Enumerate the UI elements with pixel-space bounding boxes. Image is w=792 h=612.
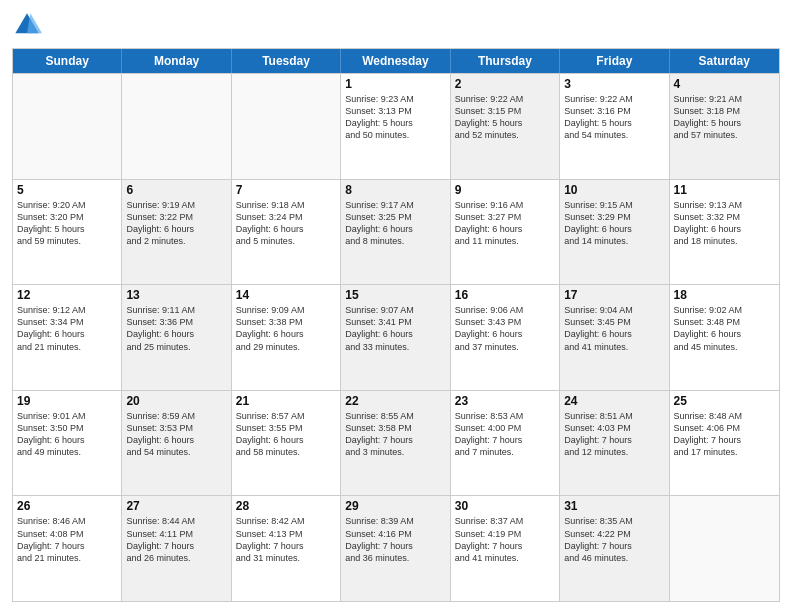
cell-info: Sunrise: 9:21 AM Sunset: 3:18 PM Dayligh… (674, 93, 775, 142)
day-number: 27 (126, 499, 226, 513)
calendar-week-1: 1Sunrise: 9:23 AM Sunset: 3:13 PM Daylig… (13, 73, 779, 179)
day-number: 1 (345, 77, 445, 91)
cell-info: Sunrise: 9:04 AM Sunset: 3:45 PM Dayligh… (564, 304, 664, 353)
cell-info: Sunrise: 9:06 AM Sunset: 3:43 PM Dayligh… (455, 304, 555, 353)
table-row: 14Sunrise: 9:09 AM Sunset: 3:38 PM Dayli… (232, 285, 341, 390)
calendar-week-4: 19Sunrise: 9:01 AM Sunset: 3:50 PM Dayli… (13, 390, 779, 496)
cell-info: Sunrise: 8:35 AM Sunset: 4:22 PM Dayligh… (564, 515, 664, 564)
day-number: 23 (455, 394, 555, 408)
table-row: 25Sunrise: 8:48 AM Sunset: 4:06 PM Dayli… (670, 391, 779, 496)
table-row: 13Sunrise: 9:11 AM Sunset: 3:36 PM Dayli… (122, 285, 231, 390)
day-number: 2 (455, 77, 555, 91)
day-number: 19 (17, 394, 117, 408)
calendar-week-3: 12Sunrise: 9:12 AM Sunset: 3:34 PM Dayli… (13, 284, 779, 390)
day-header-thursday: Thursday (451, 49, 560, 73)
table-row: 22Sunrise: 8:55 AM Sunset: 3:58 PM Dayli… (341, 391, 450, 496)
table-row: 27Sunrise: 8:44 AM Sunset: 4:11 PM Dayli… (122, 496, 231, 601)
table-row: 31Sunrise: 8:35 AM Sunset: 4:22 PM Dayli… (560, 496, 669, 601)
table-row: 3Sunrise: 9:22 AM Sunset: 3:16 PM Daylig… (560, 74, 669, 179)
day-number: 13 (126, 288, 226, 302)
cell-info: Sunrise: 8:39 AM Sunset: 4:16 PM Dayligh… (345, 515, 445, 564)
table-row: 26Sunrise: 8:46 AM Sunset: 4:08 PM Dayli… (13, 496, 122, 601)
table-row: 21Sunrise: 8:57 AM Sunset: 3:55 PM Dayli… (232, 391, 341, 496)
table-row: 15Sunrise: 9:07 AM Sunset: 3:41 PM Dayli… (341, 285, 450, 390)
day-number: 6 (126, 183, 226, 197)
day-number: 8 (345, 183, 445, 197)
table-row: 8Sunrise: 9:17 AM Sunset: 3:25 PM Daylig… (341, 180, 450, 285)
table-row: 4Sunrise: 9:21 AM Sunset: 3:18 PM Daylig… (670, 74, 779, 179)
day-number: 16 (455, 288, 555, 302)
day-number: 25 (674, 394, 775, 408)
day-number: 22 (345, 394, 445, 408)
table-row: 2Sunrise: 9:22 AM Sunset: 3:15 PM Daylig… (451, 74, 560, 179)
day-number: 4 (674, 77, 775, 91)
cell-info: Sunrise: 8:42 AM Sunset: 4:13 PM Dayligh… (236, 515, 336, 564)
table-row: 10Sunrise: 9:15 AM Sunset: 3:29 PM Dayli… (560, 180, 669, 285)
cell-info: Sunrise: 9:22 AM Sunset: 3:16 PM Dayligh… (564, 93, 664, 142)
cell-info: Sunrise: 9:20 AM Sunset: 3:20 PM Dayligh… (17, 199, 117, 248)
logo (12, 10, 46, 40)
day-number: 15 (345, 288, 445, 302)
logo-icon (12, 10, 42, 40)
day-number: 9 (455, 183, 555, 197)
day-number: 3 (564, 77, 664, 91)
day-header-monday: Monday (122, 49, 231, 73)
calendar-week-2: 5Sunrise: 9:20 AM Sunset: 3:20 PM Daylig… (13, 179, 779, 285)
cell-info: Sunrise: 8:48 AM Sunset: 4:06 PM Dayligh… (674, 410, 775, 459)
calendar-body: 1Sunrise: 9:23 AM Sunset: 3:13 PM Daylig… (13, 73, 779, 601)
day-number: 31 (564, 499, 664, 513)
day-number: 28 (236, 499, 336, 513)
cell-info: Sunrise: 8:53 AM Sunset: 4:00 PM Dayligh… (455, 410, 555, 459)
cell-info: Sunrise: 9:11 AM Sunset: 3:36 PM Dayligh… (126, 304, 226, 353)
svg-marker-1 (27, 13, 42, 33)
cell-info: Sunrise: 9:02 AM Sunset: 3:48 PM Dayligh… (674, 304, 775, 353)
table-row: 30Sunrise: 8:37 AM Sunset: 4:19 PM Dayli… (451, 496, 560, 601)
table-row: 16Sunrise: 9:06 AM Sunset: 3:43 PM Dayli… (451, 285, 560, 390)
day-number: 26 (17, 499, 117, 513)
calendar: SundayMondayTuesdayWednesdayThursdayFrid… (12, 48, 780, 602)
day-number: 17 (564, 288, 664, 302)
day-header-wednesday: Wednesday (341, 49, 450, 73)
table-row: 18Sunrise: 9:02 AM Sunset: 3:48 PM Dayli… (670, 285, 779, 390)
cell-info: Sunrise: 8:37 AM Sunset: 4:19 PM Dayligh… (455, 515, 555, 564)
cell-info: Sunrise: 9:16 AM Sunset: 3:27 PM Dayligh… (455, 199, 555, 248)
cell-info: Sunrise: 9:07 AM Sunset: 3:41 PM Dayligh… (345, 304, 445, 353)
cell-info: Sunrise: 8:51 AM Sunset: 4:03 PM Dayligh… (564, 410, 664, 459)
day-number: 7 (236, 183, 336, 197)
cell-info: Sunrise: 8:57 AM Sunset: 3:55 PM Dayligh… (236, 410, 336, 459)
cell-info: Sunrise: 8:59 AM Sunset: 3:53 PM Dayligh… (126, 410, 226, 459)
table-row: 24Sunrise: 8:51 AM Sunset: 4:03 PM Dayli… (560, 391, 669, 496)
day-number: 14 (236, 288, 336, 302)
table-row: 12Sunrise: 9:12 AM Sunset: 3:34 PM Dayli… (13, 285, 122, 390)
table-row: 11Sunrise: 9:13 AM Sunset: 3:32 PM Dayli… (670, 180, 779, 285)
table-row: 5Sunrise: 9:20 AM Sunset: 3:20 PM Daylig… (13, 180, 122, 285)
cell-info: Sunrise: 8:55 AM Sunset: 3:58 PM Dayligh… (345, 410, 445, 459)
table-row: 20Sunrise: 8:59 AM Sunset: 3:53 PM Dayli… (122, 391, 231, 496)
table-row (122, 74, 231, 179)
table-row (670, 496, 779, 601)
day-header-saturday: Saturday (670, 49, 779, 73)
day-number: 12 (17, 288, 117, 302)
page-header (12, 10, 780, 40)
table-row: 6Sunrise: 9:19 AM Sunset: 3:22 PM Daylig… (122, 180, 231, 285)
day-number: 29 (345, 499, 445, 513)
day-number: 21 (236, 394, 336, 408)
table-row (13, 74, 122, 179)
day-header-sunday: Sunday (13, 49, 122, 73)
cell-info: Sunrise: 9:17 AM Sunset: 3:25 PM Dayligh… (345, 199, 445, 248)
table-row: 1Sunrise: 9:23 AM Sunset: 3:13 PM Daylig… (341, 74, 450, 179)
cell-info: Sunrise: 9:19 AM Sunset: 3:22 PM Dayligh… (126, 199, 226, 248)
day-number: 20 (126, 394, 226, 408)
cell-info: Sunrise: 9:09 AM Sunset: 3:38 PM Dayligh… (236, 304, 336, 353)
table-row: 29Sunrise: 8:39 AM Sunset: 4:16 PM Dayli… (341, 496, 450, 601)
day-number: 30 (455, 499, 555, 513)
table-row (232, 74, 341, 179)
cell-info: Sunrise: 9:12 AM Sunset: 3:34 PM Dayligh… (17, 304, 117, 353)
table-row: 28Sunrise: 8:42 AM Sunset: 4:13 PM Dayli… (232, 496, 341, 601)
cell-info: Sunrise: 8:46 AM Sunset: 4:08 PM Dayligh… (17, 515, 117, 564)
calendar-header: SundayMondayTuesdayWednesdayThursdayFrid… (13, 49, 779, 73)
table-row: 17Sunrise: 9:04 AM Sunset: 3:45 PM Dayli… (560, 285, 669, 390)
calendar-week-5: 26Sunrise: 8:46 AM Sunset: 4:08 PM Dayli… (13, 495, 779, 601)
cell-info: Sunrise: 9:22 AM Sunset: 3:15 PM Dayligh… (455, 93, 555, 142)
table-row: 23Sunrise: 8:53 AM Sunset: 4:00 PM Dayli… (451, 391, 560, 496)
